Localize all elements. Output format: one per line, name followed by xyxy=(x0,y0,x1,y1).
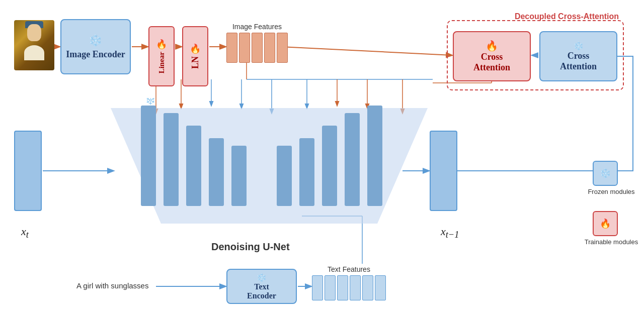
svg-text:❄️: ❄️ xyxy=(145,98,155,105)
text-features-label: Text Features xyxy=(328,265,370,273)
cross-attention-trainable-block: 🔥 CrossAttention xyxy=(453,31,531,81)
image-encoder-label: Image Encoder xyxy=(66,49,125,60)
xt-label: xt xyxy=(21,225,29,240)
svg-rect-33 xyxy=(322,126,337,206)
text-encoder-block: ❄️ TextEncoder xyxy=(226,269,297,304)
svg-rect-28 xyxy=(186,126,201,206)
image-feature-cell xyxy=(277,33,288,63)
cross-attention-frozen-block: ❄️ CrossAttention xyxy=(539,31,617,81)
svg-rect-31 xyxy=(277,146,292,206)
image-features-label: Image Features xyxy=(232,23,282,31)
text-feature-cell xyxy=(337,275,348,300)
image-feature-cells xyxy=(226,33,288,63)
cross-attention-frozen-label: CrossAttention xyxy=(560,51,597,72)
text-encoder-label: TextEncoder xyxy=(247,282,276,300)
fire-icon-ca1: 🔥 xyxy=(486,40,498,52)
fire-icon-linear: 🔥 xyxy=(156,39,167,50)
image-encoder-block: ❄️ Image Encoder xyxy=(60,19,131,74)
text-feature-cells xyxy=(312,275,386,300)
text-feature-cell xyxy=(362,275,373,300)
svg-rect-27 xyxy=(164,113,179,206)
image-feature-cell xyxy=(239,33,250,63)
diagram: { "title": "Decoupled Cross-Attention Ar… xyxy=(0,0,644,312)
text-feature-cell xyxy=(312,275,323,300)
cross-attention-trainable-label: CrossAttention xyxy=(473,52,510,73)
dca-label: Decoupled Cross-Attention xyxy=(515,12,619,21)
svg-rect-30 xyxy=(231,146,247,206)
svg-rect-35 xyxy=(367,106,382,206)
frozen-icon-ca2: ❄️ xyxy=(574,41,584,51)
xt-input-panel xyxy=(14,131,42,211)
text-input-label: A girl with sunglasses xyxy=(76,281,148,290)
svg-rect-29 xyxy=(209,138,224,206)
linear-label: Linear xyxy=(157,52,166,73)
fire-icon-ln: 🔥 xyxy=(190,43,201,54)
image-feature-cell xyxy=(252,33,263,63)
legend-trainable-box: 🔥 xyxy=(593,211,618,236)
svg-line-4 xyxy=(281,47,452,55)
unet-label: Denoising U-Net xyxy=(211,241,290,253)
image-feature-cell xyxy=(264,33,275,63)
image-features-area: Image Features xyxy=(226,23,288,63)
svg-rect-32 xyxy=(299,138,314,206)
image-feature-cell xyxy=(226,33,237,63)
svg-rect-26 xyxy=(141,106,156,206)
ln-block: 🔥 LN xyxy=(182,26,208,86)
xt1-output-panel xyxy=(430,131,457,211)
svg-rect-34 xyxy=(345,113,360,206)
ln-label: LN xyxy=(190,56,201,69)
linear-block: 🔥 Linear xyxy=(148,26,175,86)
reference-image xyxy=(14,20,54,70)
text-features-area: Text Features xyxy=(312,265,386,300)
legend-frozen-label: Frozen modules xyxy=(584,188,639,195)
legend-trainable-label: Trainable modules xyxy=(584,238,639,246)
frozen-icon-te: ❄️ xyxy=(257,273,267,282)
text-feature-cell xyxy=(350,275,361,300)
unet-area: ❄️ xyxy=(111,98,428,234)
frozen-icon: ❄️ xyxy=(66,34,125,47)
xt1-label: xt−1 xyxy=(441,225,459,240)
legend-frozen-box: ❄️ xyxy=(593,161,618,186)
text-feature-cell xyxy=(375,275,386,300)
text-feature-cell xyxy=(325,275,336,300)
